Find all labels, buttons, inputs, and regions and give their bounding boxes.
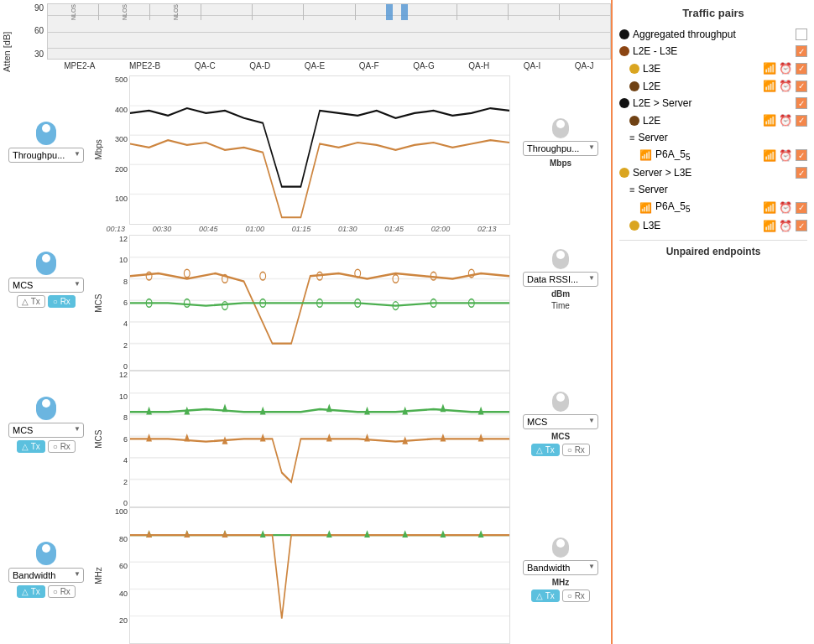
chart3-left-rx-btn[interactable]: ○ Rx bbox=[48, 440, 76, 453]
chart1-left-select-wrap: Throughpu... bbox=[8, 148, 84, 163]
grid-line bbox=[48, 48, 610, 49]
chart1-right-select[interactable]: Throughpu... bbox=[523, 141, 598, 156]
chart4-right-rx-btn[interactable]: ○ Rx bbox=[562, 589, 590, 602]
clock-icon-l2e[interactable]: ⏰ bbox=[779, 80, 792, 92]
svg-point-10 bbox=[184, 269, 190, 278]
checkbox-agg[interactable] bbox=[796, 29, 807, 40]
checkbox-l2e[interactable]: ✓ bbox=[796, 80, 807, 92]
svg-marker-40 bbox=[478, 407, 484, 415]
svg-marker-58 bbox=[326, 530, 332, 538]
checkbox-p6a5-1[interactable]: ✓ bbox=[796, 149, 807, 161]
chart3-right-select[interactable]: MCS bbox=[523, 414, 598, 429]
highlight-bar bbox=[401, 4, 408, 20]
icons-l3e: 📶 ⏰ bbox=[763, 62, 792, 75]
svg-marker-32 bbox=[146, 407, 152, 415]
wifi-icon-l3e-2[interactable]: 📶 bbox=[763, 220, 776, 232]
checkbox-l3e[interactable]: ✓ bbox=[796, 63, 807, 75]
checkbox-server-l3e[interactable]: ✓ bbox=[796, 167, 807, 179]
clock-icon-p6a5-1[interactable]: ⏰ bbox=[779, 149, 792, 162]
chart2-svg bbox=[130, 236, 509, 371]
clock-icon-l2e-node[interactable]: ⏰ bbox=[779, 114, 792, 127]
label-l2e-node: L2E bbox=[643, 115, 759, 127]
chart1-right-toggle[interactable] bbox=[552, 118, 569, 138]
chart4-right-tx-btn[interactable]: △ Tx bbox=[531, 589, 560, 602]
icons-p6a5-2: 📶 ⏰ bbox=[763, 201, 792, 214]
checkbox-l3e-2[interactable]: ✓ bbox=[796, 220, 807, 231]
wifi-icon-l3e[interactable]: 📶 bbox=[763, 62, 776, 75]
chart4-left-select[interactable]: Bandwidth bbox=[8, 568, 84, 583]
chart1-right-control: Throughpu... Mbps bbox=[514, 115, 608, 171]
chart2-right-toggle[interactable] bbox=[552, 249, 569, 269]
chart3-left-toggle[interactable] bbox=[36, 397, 56, 420]
chart2-left-select[interactable]: MCS bbox=[8, 278, 84, 293]
chart4-left-legend: △ Tx ○ Rx bbox=[17, 585, 76, 598]
chart2-right-select[interactable]: Data RSSI... bbox=[523, 272, 598, 287]
chart4-row: MHz 100 80 60 40 20 bbox=[92, 507, 510, 644]
chart3-left-tx-btn[interactable]: △ Tx bbox=[17, 440, 45, 453]
chart2-left-tx-btn[interactable]: △ Tx bbox=[17, 295, 45, 308]
dot-l2e-l3e bbox=[619, 46, 629, 56]
atten-y-labels: 90 60 30 bbox=[13, 3, 47, 72]
chart2-y-axis: MCS bbox=[92, 235, 104, 371]
clock-icon-p6a5-2[interactable]: ⏰ bbox=[779, 201, 792, 214]
label-server1: Server bbox=[638, 132, 807, 143]
clock-icon-l3e-2[interactable]: ⏰ bbox=[779, 220, 792, 232]
chart4-left-toggle[interactable] bbox=[36, 542, 56, 565]
chart4-right-select[interactable]: Bandwidth bbox=[523, 560, 598, 575]
chart4-right-legend: △ Tx ○ Rx bbox=[531, 589, 590, 602]
chart2-left-select-wrap: MCS bbox=[8, 278, 84, 293]
checkbox-l2e-node[interactable]: ✓ bbox=[796, 115, 807, 127]
chart2-left-rx-btn[interactable]: ○ Rx bbox=[48, 295, 76, 308]
checkbox-l2e-server[interactable]: ✓ bbox=[796, 97, 807, 109]
label-p6a5-2: P6A_55 bbox=[655, 200, 759, 214]
atten-chart-area: NLOS NLOS NLOS bbox=[47, 3, 611, 60]
wifi-icon-l2e[interactable]: 📶 bbox=[763, 80, 776, 92]
chart4-left-rx-btn[interactable]: ○ Rx bbox=[48, 585, 76, 598]
wifi-icon-p6a5-2[interactable]: 📶 bbox=[763, 201, 776, 214]
main-area: Atten [dB] 90 60 30 NLOS NLOS NLOS bbox=[0, 0, 613, 644]
wifi-icon-p6a5-1[interactable]: 📶 bbox=[763, 149, 776, 162]
chart1-left-toggle[interactable] bbox=[36, 122, 56, 145]
charts-container: Throughpu... MCS △ Tx ○ Rx bbox=[0, 75, 611, 644]
wifi-icon-l2e-node[interactable]: 📶 bbox=[763, 114, 776, 127]
chart2-canvas bbox=[129, 235, 510, 371]
chart1-left-select[interactable]: Throughpu... bbox=[8, 148, 84, 163]
checkbox-p6a5-2[interactable]: ✓ bbox=[796, 202, 807, 214]
chart2-left-toggle[interactable] bbox=[36, 252, 56, 275]
traffic-item-l3e: L3E 📶 ⏰ ✓ bbox=[619, 60, 807, 77]
clock-icon-l3e[interactable]: ⏰ bbox=[779, 62, 792, 75]
chart3-svg bbox=[130, 371, 509, 506]
chart3-y-axis: MCS bbox=[92, 371, 104, 507]
router-icon-p6a5-2: 📶 bbox=[639, 202, 652, 214]
nlos-labels: NLOS NLOS NLOS bbox=[48, 4, 610, 20]
label-p6a5-1: P6A_55 bbox=[655, 148, 759, 162]
traffic-item-l3e-2: L3E 📶 ⏰ ✓ bbox=[619, 217, 807, 235]
server-icon-1: ≡ bbox=[629, 132, 634, 143]
chart2-right-y-label: dBm bbox=[551, 289, 570, 299]
chart3-left-select[interactable]: MCS bbox=[8, 423, 84, 438]
traffic-item-l2e: L2E 📶 ⏰ ✓ bbox=[619, 77, 807, 95]
chart3-left-select-wrap: MCS bbox=[8, 423, 84, 438]
chart4-canvas bbox=[129, 507, 510, 644]
svg-marker-62 bbox=[478, 530, 484, 538]
unpaired-title: Unpaired endpoints bbox=[619, 246, 807, 257]
label-server2: Server bbox=[638, 184, 807, 195]
chart3-right-tx-btn[interactable]: △ Tx bbox=[531, 444, 560, 456]
icons-p6a5-1: 📶 ⏰ bbox=[763, 149, 792, 162]
chart3-right-toggle[interactable] bbox=[552, 392, 569, 412]
chart1-row: Mbps 500 400 300 200 100 bbox=[92, 75, 510, 225]
checkbox-l2e-l3e[interactable]: ✓ bbox=[796, 45, 807, 57]
chart4-right-select-wrap: Bandwidth bbox=[523, 560, 598, 575]
traffic-item-server1: ≡ Server bbox=[619, 129, 807, 146]
grid-line bbox=[48, 32, 610, 33]
svg-point-20 bbox=[222, 301, 228, 309]
chart1-right-select-wrap: Throughpu... bbox=[523, 141, 598, 156]
label-agg: Aggregated throughput bbox=[633, 29, 792, 40]
traffic-item-server2: ≡ Server bbox=[619, 181, 807, 198]
svg-marker-42 bbox=[184, 434, 190, 442]
atten-container: NLOS NLOS NLOS MPE2-A bbox=[47, 3, 611, 72]
chart4-left-tx-btn[interactable]: △ Tx bbox=[17, 585, 45, 598]
chart1-canvas bbox=[129, 75, 510, 225]
chart4-right-toggle[interactable] bbox=[552, 538, 569, 558]
chart3-right-rx-btn[interactable]: ○ Rx bbox=[562, 444, 590, 456]
